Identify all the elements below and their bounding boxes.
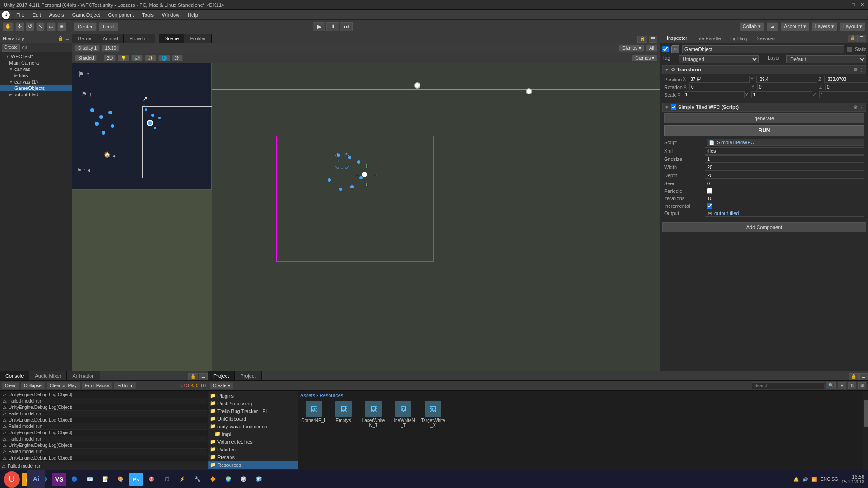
menu-edit[interactable]: Edit	[29, 11, 45, 19]
display-dropdown[interactable]: Display 1	[75, 45, 100, 52]
file-item[interactable]: 🖼TargetWhite_X	[420, 400, 447, 429]
tree-item[interactable]: 📁impl	[208, 430, 298, 438]
menu-gameobject[interactable]: GameObject	[69, 11, 104, 19]
tree-item[interactable]: 📁Resources	[208, 461, 298, 469]
hierarchy-menu[interactable]: ☰	[65, 36, 69, 41]
editor-btn[interactable]: Editor ▾	[114, 382, 136, 389]
menu-window[interactable]: Window	[158, 11, 183, 19]
add-component-btn[interactable]: Add Component	[662, 222, 866, 232]
scrollbar-thumb[interactable]	[864, 400, 868, 427]
wfc-header[interactable]: ▼ Simple Tiled WFC (Script) ⚙ ⋮	[662, 103, 866, 112]
maximize-btn[interactable]: □	[852, 2, 855, 8]
clear-btn[interactable]: Clear	[2, 382, 19, 389]
sky-btn[interactable]: 🌐	[158, 55, 170, 61]
layout-btn[interactable]: Layout ▾	[840, 22, 865, 31]
scale-x-input[interactable]	[684, 91, 745, 98]
layers-btn[interactable]: Layers ▾	[812, 22, 837, 31]
star-btn[interactable]: ★	[838, 382, 846, 389]
file-item[interactable]: 🖼EmptyX	[330, 400, 357, 429]
close-btn[interactable]: ✕	[860, 2, 864, 8]
go-active-checkbox[interactable]	[662, 46, 669, 52]
static-checkbox[interactable]	[847, 47, 852, 52]
clear-on-play-btn[interactable]: Clear on Play	[47, 382, 80, 389]
tab-animation[interactable]: Animation	[67, 371, 100, 380]
move-tool[interactable]: ✛	[15, 22, 24, 31]
h-wfctest[interactable]: ▼ WFCTest*	[0, 53, 72, 60]
taskbar-app4[interactable]: 🎯	[145, 473, 158, 486]
menu-btn[interactable]: ☰	[199, 373, 208, 380]
taskbar-app7[interactable]: 🔧	[191, 473, 204, 486]
account-btn[interactable]: Account ▾	[781, 22, 809, 31]
tree-item[interactable]: 📁UniClipboard	[208, 415, 298, 422]
gizmos-scene-btn[interactable]: Gizmos ▾	[632, 55, 657, 61]
rect-tool[interactable]: ▭	[47, 22, 56, 31]
seed-input[interactable]	[705, 180, 864, 187]
taskbar-3d[interactable]: 🧊	[252, 473, 266, 486]
h-canvas1[interactable]: ▼ canvas (1)	[0, 79, 72, 85]
taskbar-app3[interactable]: 🎨	[114, 473, 127, 486]
taskbar-chrome[interactable]: 🔵	[68, 473, 81, 486]
local-btn[interactable]: Local	[99, 22, 118, 31]
transform-menu[interactable]: ⋮	[859, 67, 864, 72]
width-input[interactable]	[705, 164, 864, 171]
h-maincamera[interactable]: Main Camera	[0, 60, 72, 66]
taskbar-app1[interactable]: 📧	[83, 473, 97, 486]
scale-y-input[interactable]	[751, 91, 812, 98]
taskbar-app9[interactable]: 🎲	[237, 473, 250, 486]
breadcrumb-assets[interactable]: Assets	[300, 393, 315, 398]
sort-btn[interactable]: ⇅	[848, 382, 856, 389]
gizmos-btn[interactable]: Gizmos ▾	[619, 45, 644, 52]
rot-z-input[interactable]	[825, 84, 868, 90]
rot-y-input[interactable]	[757, 84, 818, 90]
h-canvas[interactable]: ▼ canvas	[0, 66, 72, 72]
taskbar-blender[interactable]: 🔶	[206, 473, 220, 486]
taskbar-app5[interactable]: 🎵	[160, 473, 174, 486]
taskbar-photoshop[interactable]: Ps	[129, 473, 143, 486]
all-btn[interactable]: All	[22, 45, 27, 50]
pos-x-input[interactable]	[689, 76, 750, 83]
tag-dropdown[interactable]: Untagged	[679, 55, 759, 63]
tab-animat[interactable]: Animat	[97, 34, 124, 43]
start-btn[interactable]: U	[4, 471, 20, 488]
hand-tool[interactable]: ✋	[3, 22, 14, 31]
light-btn[interactable]: 💡	[118, 55, 129, 61]
insp-menu[interactable]: ☰	[858, 35, 866, 42]
insp-lock[interactable]: 🔒	[848, 35, 858, 42]
wfc-menu[interactable]: ⋮	[859, 105, 864, 110]
tab-project2[interactable]: Project	[235, 371, 261, 380]
menu-component[interactable]: Component	[104, 11, 137, 19]
tab-flowch[interactable]: Flowch...	[124, 34, 155, 43]
taskbar-app8[interactable]: 🌍	[222, 473, 235, 486]
h-tiles[interactable]: ▶ tiles	[0, 72, 72, 79]
tree-item[interactable]: 📁PostProcessing	[208, 399, 298, 407]
search-icon[interactable]: 🔍	[826, 382, 836, 389]
tree-item[interactable]: 📁VolumetricLines	[208, 438, 298, 446]
tab-game[interactable]: Game	[72, 34, 97, 43]
play-btn[interactable]: ▶	[313, 22, 326, 31]
menu-file[interactable]: File	[13, 11, 28, 19]
breadcrumb-resources[interactable]: Resources	[320, 393, 344, 398]
transform-tool[interactable]: ⊕	[57, 22, 66, 31]
fx-btn[interactable]: ✨	[145, 55, 156, 61]
menu-help[interactable]: Help	[184, 11, 202, 19]
go-name-input[interactable]	[682, 45, 844, 53]
taskbar-vs[interactable]: VS	[52, 473, 66, 486]
panel-lock[interactable]: 🔒	[637, 36, 647, 43]
pos-z-input[interactable]	[824, 76, 868, 83]
file-item[interactable]: 🖼LineWhiteN_T	[390, 400, 417, 429]
transform-header[interactable]: ▼ ⚙ Transform ⚙ ⋮	[662, 65, 866, 74]
menu-assets[interactable]: Assets	[46, 11, 68, 19]
tab-lighting[interactable]: Lighting	[726, 35, 752, 42]
ratio-dropdown[interactable]: 16:10	[102, 45, 119, 52]
rot-x-input[interactable]	[689, 84, 750, 90]
wfc-gear[interactable]: ⚙	[854, 105, 858, 110]
tab-scene[interactable]: Scene	[159, 34, 184, 43]
taskbar-app6[interactable]: ⚡	[175, 473, 189, 486]
tab-project1[interactable]: Project	[208, 371, 235, 380]
shaded-btn[interactable]: Shaded	[75, 55, 97, 61]
transform-gear[interactable]: ⚙	[854, 67, 858, 72]
2d-btn[interactable]: 2D	[104, 55, 116, 61]
error-pause-btn[interactable]: Error Pause	[82, 382, 112, 389]
scrollbar-v[interactable]	[863, 391, 868, 470]
grid-btn[interactable]: ⊞	[858, 382, 866, 389]
